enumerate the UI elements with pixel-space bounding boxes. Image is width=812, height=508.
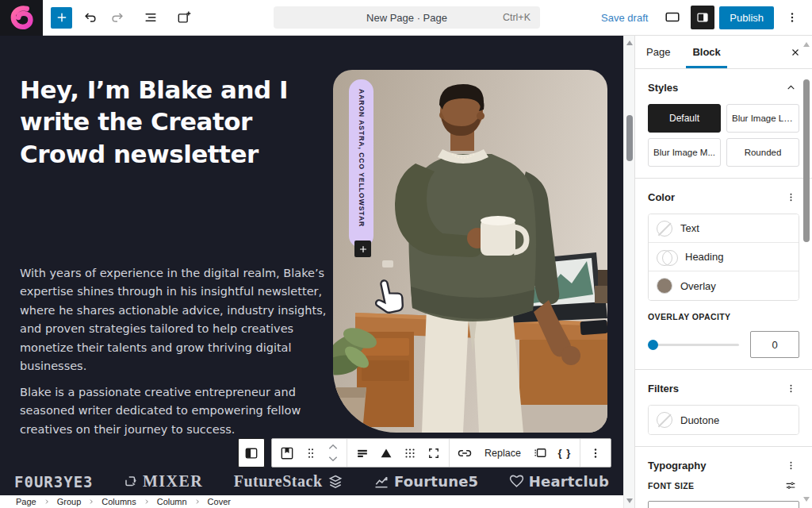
settings-sidebar-toggle[interactable] bbox=[691, 6, 714, 29]
filters-options-button[interactable] bbox=[782, 379, 799, 397]
block-options-button[interactable] bbox=[584, 440, 607, 467]
list-view-button[interactable] bbox=[137, 4, 164, 31]
font-size-settings-button[interactable] bbox=[782, 477, 799, 495]
overlay-opacity-control bbox=[648, 331, 799, 358]
position-grid-icon bbox=[403, 446, 417, 460]
drag-dots-icon bbox=[304, 447, 317, 460]
duotone-swatch bbox=[657, 412, 672, 428]
slider-thumb[interactable] bbox=[648, 340, 658, 350]
tab-block[interactable]: Block bbox=[681, 36, 731, 68]
chevron-up-icon bbox=[327, 443, 339, 451]
sidebar-panel-icon bbox=[695, 10, 710, 25]
cover-image[interactable] bbox=[333, 70, 607, 433]
link-button[interactable] bbox=[453, 440, 477, 467]
filters-section: Filters Duotone bbox=[635, 370, 812, 447]
template-plus-icon bbox=[176, 10, 192, 25]
editor-topbar: New Page · Page Ctrl+K Save draft Publis… bbox=[0, 0, 812, 36]
preview-button[interactable] bbox=[659, 4, 686, 31]
kebab-menu-icon bbox=[785, 10, 799, 25]
style-default-button[interactable]: Default bbox=[648, 104, 721, 133]
overlay-media-button[interactable] bbox=[529, 440, 553, 467]
add-template-part-button[interactable] bbox=[170, 4, 197, 31]
color-options-button[interactable] bbox=[782, 188, 799, 206]
drag-handle[interactable] bbox=[299, 440, 323, 467]
image-name-tag-label: AARON ASTRA, CCO YELLOWSTAR bbox=[358, 79, 366, 248]
chevron-down-icon bbox=[327, 455, 339, 463]
logo-mixer-text: MIXER bbox=[143, 472, 203, 491]
hero-paragraph-1[interactable]: With years of experience in the digital … bbox=[20, 264, 327, 376]
slider-track bbox=[648, 344, 739, 346]
breadcrumb-columns[interactable]: Columns bbox=[102, 497, 136, 506]
align-button[interactable] bbox=[350, 440, 374, 467]
duotone-label: Duotone bbox=[680, 414, 719, 426]
cover-block-type-button[interactable] bbox=[275, 440, 299, 467]
hero-paragraph-2[interactable]: Blake is a passionate creative entrepren… bbox=[20, 383, 327, 439]
redo-button[interactable] bbox=[104, 4, 131, 31]
breadcrumb-cover: Cover bbox=[208, 497, 231, 506]
overlay-color-row[interactable]: Overlay bbox=[649, 271, 799, 300]
options-menu-button[interactable] bbox=[779, 4, 806, 31]
corner-brackets-icon bbox=[427, 446, 441, 460]
cover-half-icon bbox=[243, 445, 259, 461]
image-name-tag[interactable]: AARON ASTRA, CCO YELLOWSTAR bbox=[349, 79, 373, 248]
move-down-button[interactable] bbox=[323, 453, 343, 465]
scroll-down-arrow[interactable] bbox=[626, 498, 633, 503]
document-title: New Page · Page bbox=[366, 12, 447, 24]
parent-cover-block-button[interactable] bbox=[238, 438, 265, 468]
tag-add-button[interactable] bbox=[354, 241, 371, 257]
sidebar-scrollbar-thumb[interactable] bbox=[803, 79, 810, 242]
text-color-swatch bbox=[657, 221, 672, 237]
canvas-scrollbar-thumb[interactable] bbox=[626, 115, 633, 161]
sidebar-scroll-up-arrow[interactable] bbox=[803, 42, 810, 47]
duotone-filter-button[interactable] bbox=[374, 440, 398, 467]
style-blur-image-more-button[interactable]: Blur Image M... bbox=[648, 138, 721, 167]
collapse-styles-button[interactable] bbox=[782, 79, 799, 96]
redo-icon bbox=[109, 10, 125, 25]
undo-button[interactable] bbox=[77, 4, 104, 31]
client-logo-strip: F0UR3YE3 MIXER FutureStack bbox=[0, 472, 623, 491]
canvas-scrollbar[interactable] bbox=[623, 36, 634, 508]
sidebar-scrollbar[interactable] bbox=[802, 36, 810, 508]
font-size-select[interactable]: Default bbox=[648, 501, 799, 508]
style-options: Default Blur Image Le... Blur Image M...… bbox=[648, 104, 799, 167]
block-movers bbox=[323, 441, 343, 465]
site-logo[interactable] bbox=[0, 0, 43, 36]
publish-button[interactable]: Publish bbox=[719, 6, 774, 29]
logo-heartclub-text: Heartclub bbox=[529, 473, 609, 490]
layers-icon bbox=[327, 474, 343, 490]
block-inserter-button[interactable] bbox=[51, 7, 72, 29]
content-position-button[interactable] bbox=[398, 440, 422, 467]
replace-button[interactable]: Replace bbox=[477, 448, 529, 459]
chevron-up-icon bbox=[786, 83, 796, 93]
style-rounded-button[interactable]: Rounded bbox=[726, 138, 799, 167]
overlay-color-label: Overlay bbox=[680, 280, 716, 292]
duotone-row[interactable]: Duotone bbox=[649, 406, 799, 434]
kebab-menu-icon bbox=[785, 460, 797, 471]
hero-heading[interactable]: Hey, I’m Blake and I write the Creator C… bbox=[20, 74, 345, 170]
save-draft-button[interactable]: Save draft bbox=[595, 7, 654, 29]
full-height-button[interactable] bbox=[422, 440, 446, 467]
heading-color-row[interactable]: Heading bbox=[649, 243, 799, 271]
scroll-up-arrow[interactable] bbox=[626, 40, 633, 45]
overlay-opacity-input[interactable] bbox=[750, 331, 799, 358]
typography-options-button[interactable] bbox=[782, 456, 799, 474]
breadcrumb-separator-icon bbox=[88, 498, 94, 505]
breadcrumb-column[interactable]: Column bbox=[157, 497, 187, 506]
cover-block-icon bbox=[279, 445, 295, 461]
style-blur-image-less-button[interactable]: Blur Image Le... bbox=[726, 104, 799, 133]
breadcrumb-page[interactable]: Page bbox=[16, 497, 36, 506]
document-command-bar[interactable]: New Page · Page Ctrl+K bbox=[274, 6, 540, 29]
styles-section: Styles Default Blur Image Le... Blur Ima… bbox=[635, 69, 812, 179]
breadcrumb-separator-icon bbox=[144, 498, 150, 505]
undo-icon bbox=[82, 10, 98, 25]
breadcrumb-group[interactable]: Group bbox=[57, 497, 82, 506]
sidebar-scroll-down-arrow[interactable] bbox=[803, 497, 810, 502]
move-up-button[interactable] bbox=[323, 441, 343, 453]
tab-page[interactable]: Page bbox=[635, 36, 681, 68]
overlay-opacity-slider[interactable] bbox=[648, 333, 739, 356]
shortcode-button[interactable]: { } bbox=[553, 440, 576, 467]
overlay-swatch bbox=[657, 278, 672, 294]
text-color-label: Text bbox=[680, 222, 699, 234]
text-color-row[interactable]: Text bbox=[649, 214, 799, 243]
heading-color-label: Heading bbox=[685, 251, 723, 263]
